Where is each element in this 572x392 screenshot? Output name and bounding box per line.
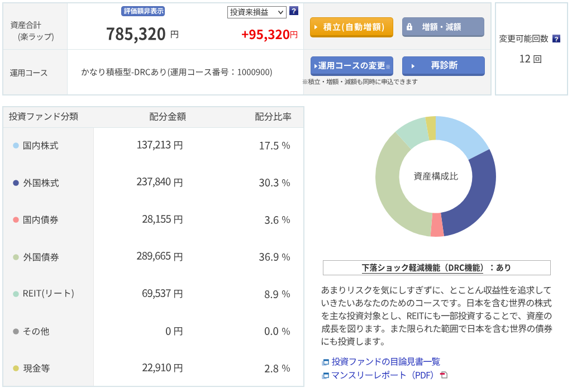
svg-text:?: ? [292, 7, 296, 15]
svg-text:?: ? [554, 36, 558, 42]
